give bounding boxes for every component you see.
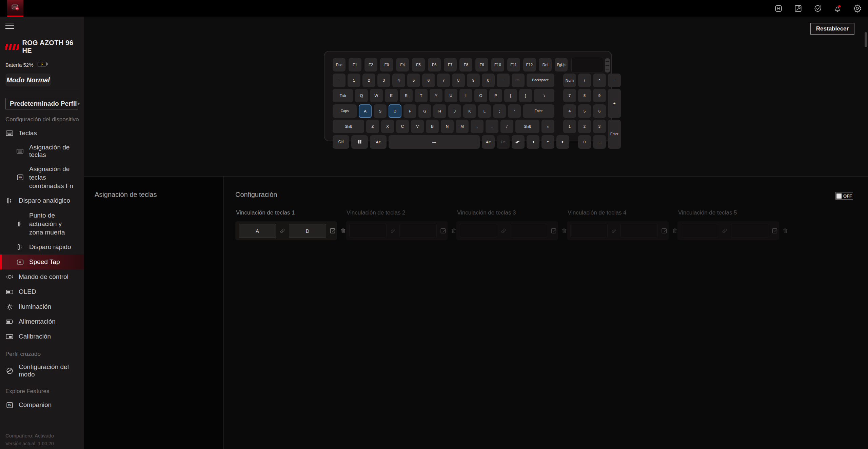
key-fn[interactable]: Fn bbox=[497, 135, 510, 149]
key-f[interactable]: F bbox=[403, 104, 416, 118]
key-4[interactable]: 4 bbox=[392, 74, 405, 87]
key-key[interactable]: ` bbox=[333, 74, 346, 87]
key-g[interactable]: G bbox=[418, 104, 431, 118]
sidebar-item-punto-de-actuaci-n-y-zona-muerta[interactable]: Punto de actuación yzona muerta bbox=[0, 208, 84, 240]
speed-tap-toggle[interactable]: OFF bbox=[835, 192, 853, 200]
sidebar-item-asignaci-n-de-teclas[interactable]: Asignación de teclas bbox=[0, 141, 84, 162]
key-input-2[interactable] bbox=[620, 224, 658, 238]
key-key[interactable]: = bbox=[512, 74, 525, 87]
key-y[interactable]: Y bbox=[430, 89, 442, 102]
key-shift[interactable]: Shift bbox=[515, 120, 539, 133]
key-d[interactable]: D bbox=[389, 104, 401, 118]
key-numpad-key[interactable]: / bbox=[578, 74, 591, 87]
key-numpad-2[interactable]: 2 bbox=[578, 120, 591, 133]
key-w[interactable]: W bbox=[370, 89, 383, 102]
edit-icon[interactable] bbox=[661, 227, 668, 234]
key-s[interactable]: S bbox=[374, 104, 387, 118]
sidebar-item-asignaci-n-de-teclas-combinadas-fn[interactable]: FNAsignación de teclascombinadas Fn bbox=[0, 162, 84, 193]
armoury-m-icon[interactable] bbox=[774, 4, 783, 13]
key-del[interactable]: Del bbox=[539, 58, 552, 72]
sync-check-icon[interactable] bbox=[813, 4, 823, 13]
key-numpad-4[interactable]: 4 bbox=[563, 104, 576, 118]
key-key[interactable]: - bbox=[497, 74, 510, 87]
key-input-1[interactable] bbox=[570, 224, 608, 238]
key-numpad-enter[interactable]: Enter bbox=[608, 120, 621, 149]
key-e[interactable]: E bbox=[385, 89, 398, 102]
key-key[interactable]: [ bbox=[504, 89, 517, 102]
key-a[interactable]: A bbox=[359, 104, 372, 118]
key-input-1[interactable] bbox=[349, 224, 387, 238]
trash-icon[interactable] bbox=[340, 227, 347, 234]
key-key[interactable]: ' bbox=[508, 104, 521, 118]
mode-button[interactable]: Modo Normal bbox=[5, 74, 51, 86]
sidebar-item-speed-tap[interactable]: Speed Tap bbox=[0, 254, 84, 269]
key-key[interactable]: , bbox=[471, 120, 484, 133]
key-input-1[interactable]: A bbox=[239, 224, 276, 238]
key-f12[interactable]: F12 bbox=[523, 58, 536, 72]
key-8[interactable]: 8 bbox=[452, 74, 465, 87]
key-5[interactable]: 5 bbox=[407, 74, 420, 87]
key-f7[interactable]: F7 bbox=[444, 58, 457, 72]
key-numpad-8[interactable]: 8 bbox=[578, 89, 591, 102]
key-key[interactable]: / bbox=[500, 120, 513, 133]
key-l[interactable]: L bbox=[478, 104, 491, 118]
key-numpad-5[interactable]: 5 bbox=[578, 104, 591, 118]
key-numpad-key[interactable]: . bbox=[593, 135, 606, 149]
key-key[interactable]: ▲ bbox=[541, 120, 554, 133]
sidebar-item-disparo-r-pido[interactable]: Disparo rápido bbox=[0, 240, 84, 254]
key-rog-logo[interactable] bbox=[512, 135, 525, 149]
key-f4[interactable]: F4 bbox=[396, 58, 409, 72]
key-f3[interactable]: F3 bbox=[380, 58, 393, 72]
key-numpad-9[interactable]: 9 bbox=[593, 89, 606, 102]
key-1[interactable]: 1 bbox=[348, 74, 360, 87]
key-enter[interactable]: Enter bbox=[523, 104, 554, 118]
key-input-1[interactable] bbox=[460, 224, 497, 238]
trash-icon[interactable] bbox=[782, 227, 789, 234]
edit-icon[interactable] bbox=[550, 227, 558, 234]
trash-icon[interactable] bbox=[561, 227, 568, 234]
key-b[interactable]: B bbox=[426, 120, 439, 133]
key-m[interactable]: M bbox=[456, 120, 469, 133]
key-input-2[interactable]: D bbox=[289, 224, 326, 238]
key-h[interactable]: H bbox=[433, 104, 446, 118]
key-shift[interactable]: Shift bbox=[333, 120, 364, 133]
key-alt[interactable]: Alt bbox=[482, 135, 495, 149]
sidebar-item-disparo-anal-gico[interactable]: Disparo analógico bbox=[0, 193, 84, 208]
key-numpad-key[interactable]: - bbox=[608, 74, 621, 87]
key-key[interactable]: \ bbox=[534, 89, 554, 102]
notifications-icon[interactable] bbox=[833, 4, 842, 13]
key-numpad-0[interactable]: 0 bbox=[578, 135, 591, 149]
key-caps[interactable]: Caps bbox=[333, 104, 357, 118]
key-j[interactable]: J bbox=[448, 104, 461, 118]
key-numpad-key[interactable]: + bbox=[608, 89, 621, 118]
key-9[interactable]: 9 bbox=[467, 74, 480, 87]
profile-dropdown[interactable]: Predeterminado Perfil ▼ bbox=[5, 98, 78, 109]
key-x[interactable]: X bbox=[381, 120, 394, 133]
sidebar-item-configuraci-n-del-modo[interactable]: Configuración del modo bbox=[0, 360, 84, 381]
key-numpad-3[interactable]: 3 bbox=[593, 120, 606, 133]
edit-icon[interactable] bbox=[771, 227, 779, 234]
volume-wheel[interactable] bbox=[605, 58, 610, 73]
key-key[interactable]: ] bbox=[519, 89, 532, 102]
key-t[interactable]: T bbox=[415, 89, 428, 102]
key-backspace[interactable]: Backspace bbox=[527, 74, 554, 87]
key-7[interactable]: 7 bbox=[437, 74, 450, 87]
key-numpad-1[interactable]: 1 bbox=[563, 120, 576, 133]
key-numpad-num[interactable]: Num bbox=[563, 74, 576, 87]
key-numpad-7[interactable]: 7 bbox=[563, 89, 576, 102]
key-u[interactable]: U bbox=[445, 89, 457, 102]
key-q[interactable]: Q bbox=[355, 89, 368, 102]
key-k[interactable]: K bbox=[463, 104, 476, 118]
sidebar-item-alimentaci-n[interactable]: Alimentación bbox=[0, 314, 84, 329]
key-f2[interactable]: F2 bbox=[364, 58, 377, 72]
hamburger-menu-icon[interactable] bbox=[5, 23, 14, 29]
key-input-2[interactable] bbox=[399, 224, 437, 238]
key-o[interactable]: O bbox=[474, 89, 487, 102]
key-f6[interactable]: F6 bbox=[428, 58, 441, 72]
key-f11[interactable]: F11 bbox=[507, 58, 520, 72]
key-key[interactable]: . bbox=[486, 120, 498, 133]
key-numpad-6[interactable]: 6 bbox=[593, 104, 606, 118]
key-p[interactable]: P bbox=[489, 89, 502, 102]
key-key[interactable]: ▼ bbox=[541, 135, 554, 149]
key-ctrl[interactable]: Ctrl bbox=[333, 135, 349, 149]
